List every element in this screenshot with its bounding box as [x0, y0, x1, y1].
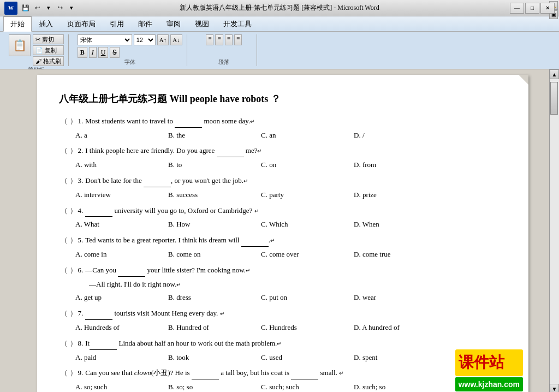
undo-button[interactable]: ↩ [32, 3, 42, 13]
scroll-down-button[interactable]: ▼ [550, 384, 559, 392]
format-painter-button[interactable]: 🖌 格式刷 [33, 56, 64, 66]
redo-button[interactable]: ↪ [55, 3, 65, 13]
question-5: （ ） 5. Ted wants to be a great reporter.… [59, 235, 507, 247]
tab-mail[interactable]: 邮件 [131, 16, 159, 31]
ribbon-tabs: 开始 插入 页面布局 引用 邮件 审阅 视图 开发工具 [0, 16, 559, 32]
undo-dropdown[interactable]: ▾ [44, 3, 53, 13]
align-right-button[interactable]: ≡ [225, 34, 233, 45]
ribbon-content: 📋 ✂ 剪切 📄 复制 🖌 格式刷 剪贴板 宋体 12 A↑ A↓ B [0, 32, 559, 69]
options-3: A. interview B. success C. party D. priz… [59, 189, 507, 201]
font-grow-button[interactable]: A↑ [157, 34, 169, 45]
font-family-select[interactable]: 宋体 [78, 34, 132, 45]
tab-review[interactable]: 审阅 [159, 16, 188, 31]
scroll-up-button[interactable]: ▲ [550, 69, 559, 79]
options-9: A. so; such B. so; so C. such; such D. s… [59, 382, 507, 392]
quick-access-toolbar: 💾 ↩ ▾ ↪ ▾ [21, 3, 76, 13]
font-group: 宋体 12 A↑ A↓ B I U S̶ 字体 [73, 34, 187, 66]
title-bar-left: W 💾 ↩ ▾ ↪ ▾ [4, 2, 76, 15]
word-icon: W [4, 2, 17, 15]
tab-home[interactable]: 开始 [3, 16, 32, 32]
question-6: （ ） 6. —Can you your little sister? I'm … [59, 265, 507, 277]
question-7: （ ） 7. tourists visit Mount Heng every d… [59, 308, 507, 320]
italic-button[interactable]: I [89, 47, 97, 58]
cut-button[interactable]: ✂ 剪切 [33, 34, 64, 44]
main-layout: 八年级上册七单元练习题 Will people have robots ？ （ … [0, 69, 559, 392]
align-center-button[interactable]: ≡ [215, 34, 223, 45]
document-page: 八年级上册七单元练习题 Will people have robots ？ （ … [37, 75, 528, 392]
question-1: （ ） 1. Most students want to travel to m… [59, 116, 507, 128]
copy-button[interactable]: 📄 复制 [33, 45, 64, 55]
close-button[interactable]: ✕ [540, 3, 555, 14]
document-area: 八年级上册七单元练习题 Will people have robots ？ （ … [16, 69, 549, 392]
question-3: （ ） 3. Don't be late for the , or you wo… [59, 175, 507, 187]
options-7: A. Hundreds of B. Hundred of C. Hundreds… [59, 322, 507, 334]
document-title: 八年级上册七单元练习题 Will people have robots ？ [59, 91, 507, 107]
scroll-thumb[interactable] [550, 82, 558, 115]
tab-layout[interactable]: 页面布局 [60, 16, 103, 31]
question-4: （ ） 4. university will you go to, Oxford… [59, 205, 507, 217]
scroll-track[interactable] [550, 79, 559, 384]
tab-insert[interactable]: 插入 [32, 16, 60, 31]
tab-developer[interactable]: 开发工具 [216, 16, 259, 31]
question-6-extra: —All right. I'll do it right now.↵ [59, 279, 507, 290]
options-2: A. with B. to C. on D. from [59, 159, 507, 171]
watermark-url: www.kjzhan.com [455, 377, 523, 391]
customize-button[interactable]: ▾ [67, 3, 76, 13]
paste-button[interactable]: 📋 [9, 34, 31, 56]
options-8: A. paid B. took C. used D. spent [59, 352, 507, 364]
align-left-button[interactable]: ≡ [206, 34, 213, 45]
bold-button[interactable]: B [78, 47, 87, 58]
paragraph-label: 段落 [218, 58, 229, 66]
underline-button[interactable]: U [98, 47, 109, 58]
window-controls: — □ ✕ [510, 3, 555, 14]
title-bar-title: 新人教版英语八年级上册-第七单元练习题 [兼容模式] - Microsoft W… [0, 3, 559, 13]
title-bar: W 💾 ↩ ▾ ↪ ▾ 新人教版英语八年级上册-第七单元练习题 [兼容模式] -… [0, 0, 559, 16]
question-2: （ ） 2. I think people here are friendly.… [59, 145, 507, 157]
options-6: A. get up B. dress C. put on D. wear [59, 292, 507, 304]
ribbon: 开始 插入 页面布局 引用 邮件 审阅 视图 开发工具 📋 ✂ 剪切 📄 复制 … [0, 16, 559, 69]
left-margin [0, 69, 16, 392]
justify-button[interactable]: ≡ [234, 34, 242, 45]
options-1: A. a B. the C. an D. / [59, 130, 507, 141]
maximize-button[interactable]: □ [525, 3, 539, 14]
question-8: （ ） 8. It Linda about half an hour to wo… [59, 338, 507, 350]
tab-references[interactable]: 引用 [103, 16, 131, 31]
minimize-button[interactable]: — [510, 3, 524, 14]
font-shrink-button[interactable]: A↓ [170, 34, 182, 45]
save-button[interactable]: 💾 [21, 3, 31, 13]
watermark: 课件站 www.kjzhan.com [455, 349, 523, 391]
font-label: 字体 [124, 58, 135, 66]
paragraph-group: ≡ ≡ ≡ ≡ 段落 [192, 34, 257, 66]
options-5: A. come in B. come on C. come over D. co… [59, 249, 507, 260]
question-9: （ ） 9. Can you see that clown(小丑)? He is… [59, 367, 507, 379]
tab-view[interactable]: 视图 [188, 16, 216, 31]
clipboard-group: 📋 ✂ 剪切 📄 复制 🖌 格式刷 剪贴板 [4, 34, 69, 66]
vertical-scrollbar[interactable]: ▲ ▼ [549, 69, 559, 392]
strikethrough-button[interactable]: S̶ [110, 47, 120, 58]
font-size-select[interactable]: 12 [134, 34, 156, 45]
options-4: A. What B. How C. Which D. When [59, 219, 507, 230]
page-corner-fold [519, 75, 528, 85]
watermark-logo: 课件站 [455, 349, 523, 376]
